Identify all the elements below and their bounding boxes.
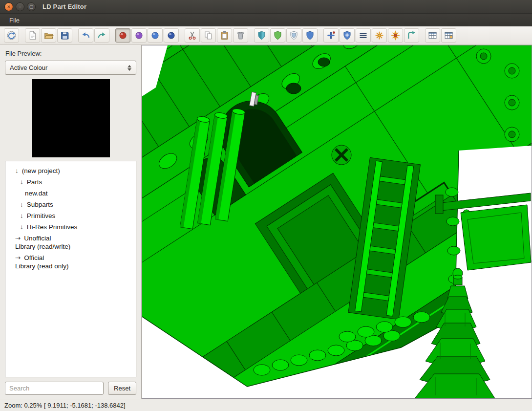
sidebar: File Preview: Active Colour ↓(new projec…: [0, 45, 142, 399]
paste-icon: [219, 30, 230, 41]
tree-item-parts[interactable]: ↓Parts: [8, 176, 133, 188]
maximize-button[interactable]: ▢: [27, 2, 36, 11]
mode-subfile-button[interactable]: [164, 28, 179, 43]
project-tree: ↓(new project)↓Partsnew.dat↓Subparts↓Pri…: [5, 161, 136, 377]
minimize-icon: −: [19, 4, 21, 9]
down-arrow-icon: ↓: [20, 223, 23, 231]
add-condline-button[interactable]: [388, 28, 403, 43]
open-file-button[interactable]: [41, 28, 56, 43]
minimize-button[interactable]: −: [16, 2, 24, 11]
open-folder-icon: [43, 30, 54, 41]
undo-icon: [81, 30, 91, 41]
tree-item-label: Subparts: [27, 201, 53, 208]
tree-item-label: Unofficial Library (read/write): [15, 235, 70, 250]
down-arrow-icon: ↓: [20, 212, 23, 219]
sync-icon: [6, 30, 17, 41]
add-line-button[interactable]: [340, 28, 355, 43]
axle-cross: [332, 145, 351, 165]
shield-blue-icon: [305, 30, 315, 41]
delete-icon: [235, 30, 246, 41]
colour-preview-swatch: [32, 79, 110, 157]
tree-item-label: (new project): [22, 167, 60, 174]
shield-white-icon: [289, 30, 299, 41]
orb-purple-icon: [134, 30, 144, 41]
new-file-button[interactable]: [25, 28, 40, 43]
tree-item-label: Parts: [27, 178, 43, 186]
toolbar-group: [184, 28, 249, 43]
tree-item-hi-res-primitives[interactable]: ↓Hi-Res Primitives: [8, 221, 133, 233]
orb-red-icon: [118, 30, 128, 41]
render-mode-solid-button[interactable]: [302, 28, 318, 43]
undo-button[interactable]: [78, 28, 93, 43]
render-mode-outline-button[interactable]: [286, 28, 301, 43]
menubar: File: [0, 14, 532, 26]
elbow-arrow-icon: [406, 30, 417, 41]
down-arrow-icon: ↓: [15, 167, 19, 174]
main-content: File Preview: Active Colour ↓(new projec…: [0, 45, 532, 399]
save-icon: [60, 30, 70, 41]
new-file-icon: [27, 30, 38, 41]
reset-button[interactable]: Reset: [108, 382, 136, 395]
right-arrow-icon: ⇢: [15, 254, 21, 261]
merge-vertices-button[interactable]: [425, 28, 440, 43]
tree-item-subparts[interactable]: ↓Subparts: [8, 199, 133, 210]
add-triangle-button[interactable]: [356, 28, 371, 43]
delete-button[interactable]: [233, 28, 248, 43]
search-row: Reset: [5, 382, 136, 395]
viewport-3d[interactable]: [142, 45, 532, 399]
sync-button[interactable]: [4, 28, 19, 43]
tree-item-new-dat[interactable]: new.dat: [8, 188, 133, 199]
save-file-button[interactable]: [57, 28, 72, 43]
shield-cyan-icon: [256, 30, 267, 41]
close-icon: ✕: [7, 4, 11, 9]
toolbar-group: [323, 28, 420, 43]
toolbar-group: [3, 28, 20, 43]
mode-edge-button[interactable]: [131, 28, 147, 43]
toolbar-group: [78, 28, 110, 43]
toolbar-group: [425, 28, 457, 43]
lines-icon: [358, 30, 368, 41]
measure-button[interactable]: [404, 28, 419, 43]
burst-icon: [390, 30, 401, 41]
add-quad-button[interactable]: [372, 28, 387, 43]
tree-item-label: Primitives: [27, 212, 56, 219]
active-colour-combo[interactable]: Active Colour: [5, 61, 136, 75]
menu-file[interactable]: File: [6, 16, 23, 25]
render-mode-shaded-button[interactable]: [270, 28, 285, 43]
tree-item-label: Official Library (read only): [15, 254, 69, 270]
render-mode-wireframe-button[interactable]: [254, 28, 269, 43]
combo-spinner-icon: [128, 65, 131, 71]
mode-vertex-button[interactable]: [115, 28, 130, 43]
app-window: ✕ − ▢ LD Part Editor File File Preview: …: [0, 0, 532, 411]
paste-button[interactable]: [217, 28, 232, 43]
tree-item-new-project[interactable]: ↓(new project): [8, 165, 133, 176]
shield-green-icon: [273, 30, 283, 41]
grid-icon: [427, 30, 438, 41]
toolbar-group: [254, 28, 318, 43]
copy-icon: [203, 30, 213, 41]
cut-button[interactable]: [185, 28, 200, 43]
redo-button[interactable]: [94, 28, 109, 43]
tree-item-primitives[interactable]: ↓Primitives: [8, 210, 133, 221]
viewport-3d-render: [142, 45, 532, 398]
tree-item-official[interactable]: ⇢Official Library (read only): [8, 252, 133, 272]
file-preview-label: File Preview:: [5, 50, 136, 57]
search-input[interactable]: [5, 382, 104, 395]
window-title: LD Part Editor: [43, 3, 86, 10]
mode-face-button[interactable]: [148, 28, 163, 43]
tree-item-unofficial[interactable]: ⇢Unofficial Library (read/write): [8, 233, 133, 252]
orb-blue-icon: [150, 30, 160, 41]
close-button[interactable]: ✕: [4, 2, 13, 11]
titlebar: ✕ − ▢ LD Part Editor: [0, 0, 532, 14]
down-arrow-icon: ↓: [20, 201, 23, 208]
toolbar: [0, 26, 532, 45]
orb-navy-icon: [166, 30, 176, 41]
plus-icon: [326, 30, 336, 41]
add-vertex-button[interactable]: [323, 28, 339, 43]
snap-to-grid-button[interactable]: [441, 28, 456, 43]
copy-button[interactable]: [201, 28, 216, 43]
toolbar-group: [115, 28, 179, 43]
shield-add-icon: [342, 30, 352, 41]
active-colour-value: Active Colour: [10, 64, 47, 71]
star-icon: [374, 30, 384, 41]
